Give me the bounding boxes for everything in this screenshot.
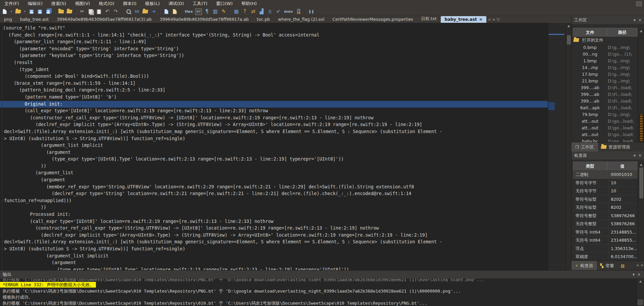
tab-close-icon[interactable]: × xyxy=(479,17,482,22)
editor-line[interactable]: (declref_expr implicit type='(Array<UInt… xyxy=(0,121,548,128)
tab-baby_tree.ast[interactable]: baby_tree.ast× xyxy=(441,16,487,23)
new-file-icon[interactable] xyxy=(1,8,8,15)
new-file-dropdown-icon[interactable]: ▾ xyxy=(10,8,13,15)
run-script-icon[interactable] xyxy=(163,8,170,15)
editor-highlighted-line[interactable]: Original init: xyxy=(0,101,548,108)
scroll-up-icon[interactable]: ▲ xyxy=(637,279,644,284)
editor-line[interactable]: (type_ident xyxy=(0,66,548,73)
paste-icon[interactable] xyxy=(96,8,102,15)
workspace-file-row[interactable]: 6a0...apkD:\Fi...load\ xyxy=(572,105,638,111)
editor-line[interactable]: ·decl=Swift.(file).Array extension.init(… xyxy=(0,128,548,135)
editor-line[interactable]: (argument_list implicit xyxy=(0,142,548,149)
tab-baby_tree.ast[interactable]: baby_tree.ast xyxy=(16,16,53,23)
cut-icon[interactable]: ✂ xyxy=(79,8,86,15)
sidebar-tab-工作区[interactable]: ❐工作区 xyxy=(572,142,598,151)
workspace-scrollbar[interactable]: ▲ xyxy=(638,28,644,142)
copy-icon[interactable] xyxy=(87,8,94,15)
open-file-icon[interactable] xyxy=(15,8,21,15)
menu-item-工具[interactable]: 工具(T) xyxy=(188,0,212,7)
menu-item-编辑[interactable]: 编辑(E) xyxy=(23,0,47,7)
menu-item-格式[interactable]: 格式(O) xyxy=(94,0,118,7)
editor-line[interactable]: (constructor_ref_call_expr type='(String… xyxy=(0,115,548,122)
inspector-scrollbar[interactable]: ▲ xyxy=(638,162,644,261)
inspector-row[interactable]: 带符号 Int6423148855... xyxy=(573,228,638,237)
replace-icon[interactable]: AB xyxy=(133,8,140,15)
output-log[interactable]: 执行模板 'C:\Users\码农1号加强版\Documents\SweetSc… xyxy=(0,279,637,306)
menu-item-模板[interactable]: 模板(L) xyxy=(141,0,164,7)
calculator-icon[interactable]: ▦ xyxy=(233,8,240,15)
menu-item-脚本[interactable]: 脚本(I) xyxy=(119,0,141,7)
tab-next-icon[interactable]: > xyxy=(641,263,644,267)
workspace-file-row[interactable]: 17.bmpD:\g...img\ xyxy=(572,71,638,78)
editor-line[interactable]: ·function_ref=unapplied))) xyxy=(0,197,548,204)
editor-line[interactable]: (argument_list xyxy=(0,170,548,177)
editor-line[interactable]: (argument xyxy=(0,177,548,184)
workspace-col-file[interactable]: 文件 xyxy=(573,28,607,37)
editor-line[interactable]: )) xyxy=(0,163,548,170)
editor-line[interactable]: (argument_list implicit xyxy=(0,253,548,260)
editor-line[interactable]: (pattern_named type='[UInt8]' 'b') xyxy=(0,94,548,101)
editor-minimap[interactable] xyxy=(548,23,566,270)
workspace-file-row[interactable]: att...outD:\go...load\ xyxy=(572,125,638,131)
editor-line[interactable]: (brace_stmt range=[re.swift:1:59 - line:… xyxy=(0,80,548,87)
scroll-up-icon[interactable]: ▲ xyxy=(638,162,644,167)
tab-399649a0e89b46309dd5ae78ff96917a.ab[interactable]: 399649a0e89b46309dd5ae78ff96917a.ab xyxy=(156,16,253,23)
workspace-file-row[interactable]: 399....abD:\Fi...load\ xyxy=(572,98,638,105)
editor-scroll-thumb[interactable] xyxy=(567,35,571,45)
collapse-icon[interactable]: ▾ xyxy=(634,151,636,160)
close-icon[interactable]: × xyxy=(638,151,642,160)
menu-overflow-icon[interactable] xyxy=(636,1,642,6)
inspector-row[interactable]: 无符号 Int6423148855... xyxy=(573,236,638,245)
run-template-icon[interactable] xyxy=(171,8,178,15)
editor-line[interactable]: (argument xyxy=(0,259,548,266)
workspace-file-row[interactable]: att...outD:\go...load\ xyxy=(572,131,638,138)
checksum-icon[interactable]: ✔ xyxy=(275,8,282,15)
editor-line[interactable]: (type_expr type='[UInt8].Type' location=… xyxy=(0,156,548,163)
collapse-icon[interactable]: ▾ xyxy=(634,16,636,24)
column-mode-icon[interactable]: ▥ xyxy=(212,8,219,15)
inspector-row[interactable]: 浮点1.356313e... xyxy=(573,245,638,253)
inspector-row[interactable]: 带符号短型8202 xyxy=(573,195,638,204)
editor-line[interactable]: (result xyxy=(0,59,548,66)
close-icon[interactable]: × xyxy=(638,16,642,24)
editor-line[interactable]: (source_file "re.swift" xyxy=(0,25,548,32)
save-icon[interactable] xyxy=(28,8,35,15)
workspace-file-row[interactable]: 399....abD:\Fi...load\ xyxy=(572,84,638,91)
editor-line[interactable]: (declref_expr type='String' location=re.… xyxy=(0,190,548,197)
undo-icon[interactable]: ↶ xyxy=(104,8,111,15)
sidebar-tab-检查器[interactable]: ⚡检查器 xyxy=(572,261,597,270)
open-file-dropdown-icon[interactable]: ▾ xyxy=(23,8,26,15)
workspace-file-row[interactable]: 21.bmpD:\g...img\ xyxy=(572,78,638,84)
find-in-files-icon[interactable] xyxy=(142,8,149,15)
scroll-up-icon[interactable]: ▲ xyxy=(638,28,644,33)
histogram-icon[interactable]: ▟ xyxy=(258,8,265,15)
tab-日程.txt[interactable]: 日程.txt xyxy=(417,15,440,23)
editor-line[interactable]: ·> UInt8) (substitution S -> String.UTF8… xyxy=(0,135,548,142)
inspector-row[interactable]: 无符号字节10 xyxy=(573,187,638,195)
menu-item-搜索[interactable]: 搜索(S) xyxy=(47,0,70,7)
folder-icon[interactable] xyxy=(58,8,64,15)
tab-list-icon[interactable]: ▽ xyxy=(497,17,499,22)
editor-line[interactable]: ·> UInt8) (substitution S -> String.UTF8… xyxy=(0,246,548,253)
resize-grip[interactable] xyxy=(638,300,643,305)
tab-CertPathReviewerMessages.properties[interactable]: CertPathReviewerMessages.properties xyxy=(328,16,417,23)
workspace-file-row[interactable]: 399....abD:\Fi...load\ xyxy=(572,91,638,98)
menu-item-窗口[interactable]: 窗口(W) xyxy=(212,0,237,7)
inspector-row[interactable]: 带符号整型538976266 xyxy=(573,212,638,220)
menu-item-文件[interactable]: 文件(F) xyxy=(0,0,23,7)
editor-scrollbar[interactable]: ▲ xyxy=(566,23,571,270)
tab-prev-icon[interactable]: < xyxy=(488,17,491,22)
editor-code-area[interactable]: (source_file "re.swift" (func_decl range… xyxy=(0,23,548,270)
file-info-icon[interactable]: ? xyxy=(241,8,248,15)
redo-icon[interactable]: ↷ xyxy=(112,8,119,15)
workspace-file-row[interactable]: 0.bmpD:\g...img\ xyxy=(572,44,638,51)
editor-line[interactable]: (component id='Bool' bind=Swift.(file).B… xyxy=(0,73,548,80)
workspace-col-path[interactable]: 路径 xyxy=(607,28,638,37)
editor-line[interactable]: (parameter_list range=[re.swift:1:11 - l… xyxy=(0,39,548,46)
sidebar-tab-template[interactable]: ▤ xyxy=(618,261,628,270)
editor-line[interactable]: (call_expr type='[UInt8]' location=re.sw… xyxy=(0,218,548,225)
goto-icon[interactable]: ➜ xyxy=(150,8,157,15)
collapse-icon[interactable]: ▾ xyxy=(633,270,635,279)
menu-item-帮助[interactable]: 帮助(H) xyxy=(237,0,261,7)
mov-label[interactable]: mov xyxy=(283,8,293,15)
